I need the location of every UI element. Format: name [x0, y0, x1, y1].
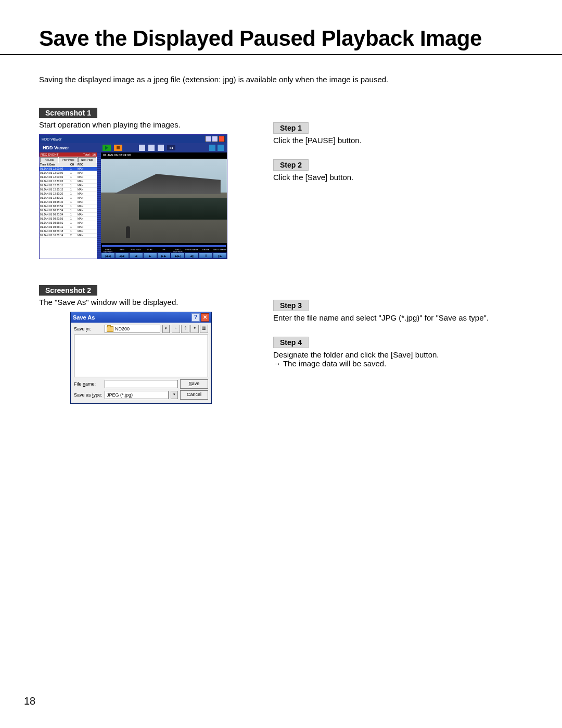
folder-icon — [107, 326, 113, 332]
intro-text: Saving the displayed image as a jpeg fil… — [39, 75, 531, 84]
play-button[interactable]: ▶ — [144, 253, 157, 258]
screenshot-1-label: Screenshot 1 — [39, 108, 97, 118]
table-row[interactable]: 01.JAN.06 12:00:001MAN — [40, 167, 97, 171]
video-panel: 01.JAN.06 02:43:33 PREV RECORDREWREV PLA… — [101, 152, 227, 259]
hdd-window-title: HDD Viewer — [42, 137, 61, 141]
save-in-label: Save in: — [74, 326, 103, 331]
save-as-titlebar[interactable]: Save As ? ✕ — [71, 312, 211, 323]
layout-icon[interactable] — [218, 145, 224, 151]
table-row[interactable]: 01.JAN.06 12:30:021MAN — [40, 180, 97, 184]
back-icon[interactable]: ← — [172, 325, 180, 333]
step-4-label: Step 4 — [273, 337, 309, 348]
save-in-select[interactable]: ND200 — [105, 325, 160, 333]
table-row[interactable]: 01.JAN.06 08:23:561MAN — [40, 217, 97, 221]
step-3-text: Enter the file name and select "JPG (*.j… — [273, 313, 531, 322]
page-number: 18 — [24, 695, 35, 707]
play-icon[interactable] — [103, 145, 111, 151]
rec-head-left: REC EVENT — [41, 153, 58, 156]
minimize-icon[interactable] — [205, 136, 211, 142]
next-page-button[interactable]: Next Page — [78, 157, 96, 162]
next-image-button[interactable]: ||▶ — [213, 253, 226, 258]
control-label: PLAY — [143, 248, 157, 252]
control-label: NEXT IMAGE — [213, 248, 227, 252]
speed-badge: x1 — [167, 145, 175, 150]
pause-button[interactable]: || — [199, 253, 212, 258]
stop-icon[interactable] — [114, 145, 122, 151]
screenshot-2-label: Screenshot 2 — [39, 285, 97, 296]
prev-image-button[interactable]: ◀|| — [185, 253, 198, 258]
hdd-viewer-window: HDD Viewer HDD Viewer — [39, 134, 227, 259]
view-menu-icon[interactable]: ▥ — [200, 325, 208, 333]
control-label: NEXT RECORD — [171, 248, 185, 252]
col-rec: REC — [78, 163, 93, 167]
step-4-result: The image data will be saved. — [273, 359, 531, 368]
up-icon[interactable]: ⇧ — [181, 325, 189, 333]
search-icon[interactable] — [139, 145, 145, 151]
control-label: REV PLAY — [129, 248, 143, 252]
close-icon[interactable] — [219, 136, 225, 142]
table-row[interactable]: 01.JAN.06 10:00:142MAN — [40, 234, 97, 238]
cancel-button[interactable]: Cancel — [180, 390, 208, 400]
all-lists-button[interactable]: All Lists — [40, 157, 58, 162]
table-row[interactable]: 01.JAN.06 12:30:221MAN — [40, 196, 97, 200]
control-label: FF — [157, 248, 171, 252]
rec-head-right: Total : 16 — [83, 153, 96, 156]
save-icon[interactable] — [148, 145, 155, 151]
scrub-bar[interactable] — [102, 245, 226, 247]
rev-play-button[interactable]: ◀ — [130, 253, 143, 258]
step-3-label: Step 3 — [273, 300, 309, 311]
hdd-titlebar[interactable]: HDD Viewer — [40, 135, 227, 143]
step-1-label: Step 1 — [273, 122, 309, 134]
maximize-icon[interactable] — [212, 136, 218, 142]
table-row[interactable]: 01.JAN.06 12:30:151MAN — [40, 188, 97, 192]
file-name-label: File name: — [74, 381, 103, 387]
prev-record-button[interactable]: |◀◀ — [101, 253, 114, 258]
table-row[interactable]: 01.JAN.06 08:23:541MAN — [40, 205, 97, 209]
video-image — [101, 159, 227, 243]
control-label: PAUSE — [199, 248, 213, 252]
video-timestamp: 01.JAN.06 02:43:33 — [103, 154, 131, 157]
new-folder-icon[interactable]: ✦ — [190, 325, 199, 333]
col-ch: CH — [70, 163, 78, 167]
table-row[interactable]: 01.JAN.06 08:56:011MAN — [40, 221, 97, 225]
save-button[interactable]: Save — [180, 379, 208, 389]
table-row[interactable]: 01.JAN.06 12:00:001MAN — [40, 171, 97, 175]
screenshot-2-caption: The "Save As" window will be displayed. — [39, 298, 242, 306]
step-2-text: Click the [Save] button. — [273, 173, 531, 182]
control-label: REW — [115, 248, 129, 252]
table-row[interactable]: 01.JAN.06 12:30:201MAN — [40, 192, 97, 196]
window-mode-icon[interactable] — [209, 145, 215, 151]
rec-event-panel: REC EVENT Total : 16 All Lists Prev Page… — [40, 152, 97, 259]
title-rule — [0, 54, 562, 55]
help-icon[interactable]: ? — [191, 313, 200, 322]
table-row[interactable]: 01.JAN.06 12:30:111MAN — [40, 184, 97, 188]
file-list[interactable] — [74, 335, 208, 377]
dropdown-icon[interactable]: ▾ — [162, 325, 170, 333]
save-as-dialog: Save As ? ✕ Save in: ND200 — [70, 312, 212, 404]
ff-button[interactable]: ▶▶ — [158, 253, 171, 258]
save-as-type-select[interactable]: JPEG (*.jpg) — [105, 391, 169, 399]
table-row[interactable]: 01.JAN.06 08:56:181MAN — [40, 229, 97, 234]
control-label: PREV RECORD — [101, 248, 115, 252]
table-row[interactable]: 01.JAN.06 08:56:111MAN — [40, 225, 97, 229]
col-time: Time & Date — [40, 163, 70, 167]
save-in-value: ND200 — [115, 326, 130, 331]
step-4-text: Designate the folder and click the [Save… — [273, 350, 531, 359]
rec-table-header: Time & Date CH REC — [40, 163, 97, 167]
save-as-type-value: JPEG (*.jpg) — [107, 392, 133, 398]
next-record-button[interactable]: ▶▶| — [171, 253, 184, 258]
page-title: Save the Displayed Paused Playback Image — [39, 26, 531, 51]
close-icon[interactable]: ✕ — [201, 313, 209, 322]
table-row[interactable]: 01.JAN.06 12:00:021MAN — [40, 175, 97, 180]
table-row[interactable]: 01.JAN.06 08:23:541MAN — [40, 213, 97, 217]
table-row[interactable]: 01.JAN.06 08:45:101MAN — [40, 200, 97, 205]
file-name-input[interactable] — [105, 380, 178, 388]
save-as-title-text: Save As — [73, 314, 95, 321]
prev-page-button[interactable]: Prev Page — [59, 157, 77, 162]
table-row[interactable]: 01.JAN.06 08:23:541MAN — [40, 209, 97, 213]
print-icon[interactable] — [158, 145, 164, 151]
dropdown-icon[interactable]: ▾ — [171, 391, 178, 399]
panel-divider[interactable] — [97, 152, 101, 259]
rewind-button[interactable]: ◀◀ — [116, 253, 129, 258]
step-1-text: Click the [PAUSE] button. — [273, 136, 531, 145]
